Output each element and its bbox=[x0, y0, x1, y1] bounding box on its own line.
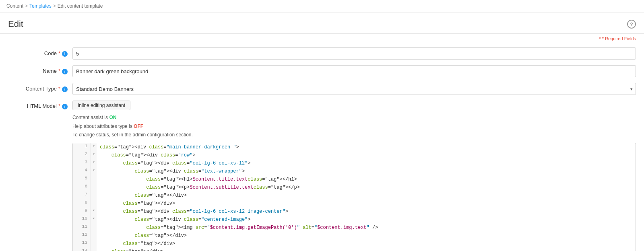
content-type-required-star: * bbox=[58, 86, 60, 92]
form-area: Code * i Name * i Content Type * i Stand… bbox=[0, 43, 644, 251]
line-content: class="tag"><h1>$content.title.textclass… bbox=[97, 175, 636, 183]
code-line: 10▾ class="tag"><div class="centered-ima… bbox=[73, 216, 636, 224]
line-number: 12 bbox=[73, 232, 91, 240]
breadcrumb: Content > Templates > Edit content templ… bbox=[0, 0, 644, 12]
fold-icon bbox=[91, 224, 97, 232]
fold-icon[interactable]: ▾ bbox=[91, 216, 97, 224]
line-number: 1 bbox=[73, 143, 91, 151]
code-line: 14 class="tag"></div> bbox=[73, 248, 636, 251]
status-line-1: Content assist is ON bbox=[72, 113, 636, 122]
fold-icon[interactable]: ▾ bbox=[91, 151, 97, 159]
line-number: 3 bbox=[73, 159, 91, 167]
code-line: 9▾ class="tag"><div class="col-lg-6 col-… bbox=[73, 208, 636, 216]
line-number: 7 bbox=[73, 191, 91, 200]
content-type-info-icon[interactable]: i bbox=[62, 86, 68, 92]
line-content: class="tag"><div class="row"> bbox=[97, 151, 636, 159]
breadcrumb-content: Content bbox=[6, 3, 23, 9]
name-info-icon[interactable]: i bbox=[62, 69, 68, 74]
help-icon[interactable]: ? bbox=[627, 20, 636, 29]
line-content: class="tag"><div class="main-banner-dark… bbox=[97, 143, 636, 151]
name-control-wrap bbox=[72, 65, 636, 77]
fold-icon bbox=[91, 248, 97, 251]
attributes-type-value: OFF bbox=[134, 123, 143, 129]
line-content: class="tag"></div> bbox=[97, 248, 636, 251]
fold-icon[interactable]: ▾ bbox=[91, 143, 97, 151]
code-info-icon[interactable]: i bbox=[62, 51, 68, 57]
code-line: 13 class="tag"></div> bbox=[73, 240, 636, 248]
breadcrumb-current: Edit content template bbox=[58, 3, 103, 9]
status-info: Content assist is ON Help about attribut… bbox=[72, 113, 636, 140]
fold-icon bbox=[91, 191, 97, 200]
line-number: 13 bbox=[73, 240, 91, 248]
fold-icon[interactable]: ▾ bbox=[91, 159, 97, 167]
content-type-row: Content Type * i Standard Demo Banners ▾ bbox=[8, 83, 636, 95]
code-line: 5 class="tag"><h1>$content.title.textcla… bbox=[73, 175, 636, 183]
line-number: 2 bbox=[73, 151, 91, 159]
line-number: 9 bbox=[73, 208, 91, 216]
fold-icon[interactable]: ▾ bbox=[91, 167, 97, 175]
fold-icon bbox=[91, 183, 97, 191]
html-model-control-wrap: Inline editing assistant Content assist … bbox=[72, 101, 636, 251]
code-lines: 1▾class="tag"><div class="main-banner-da… bbox=[73, 143, 636, 251]
html-model-required-star: * bbox=[58, 103, 60, 109]
line-content: class="tag"><div class="text-wrapper"> bbox=[97, 167, 636, 175]
line-number: 10 bbox=[73, 216, 91, 224]
name-required-star: * bbox=[58, 68, 60, 74]
line-number: 8 bbox=[73, 200, 91, 208]
code-label: Code * i bbox=[8, 47, 72, 57]
line-content: class="tag"><div class="col-lg-6 col-xs-… bbox=[97, 159, 636, 167]
code-required-star: * bbox=[58, 50, 60, 56]
line-number: 6 bbox=[73, 183, 91, 191]
name-label: Name * i bbox=[8, 65, 72, 74]
line-content: class="tag"></div> bbox=[97, 191, 636, 200]
page-title: Edit bbox=[8, 19, 23, 29]
code-line: 4▾ class="tag"><div class="text-wrapper"… bbox=[73, 167, 636, 175]
code-line: 1▾class="tag"><div class="main-banner-da… bbox=[73, 143, 636, 151]
status-line-2: Help about attributes type is OFF bbox=[72, 122, 636, 131]
code-line: 11 class="tag"><img src="$content.img.ge… bbox=[73, 224, 636, 232]
code-line: 7 class="tag"></div> bbox=[73, 191, 636, 200]
breadcrumb-sep-1: > bbox=[25, 3, 28, 9]
fold-icon bbox=[91, 232, 97, 240]
line-number: 5 bbox=[73, 175, 91, 183]
breadcrumb-sep-2: > bbox=[53, 3, 56, 9]
code-control-wrap bbox=[72, 47, 636, 60]
line-number: 11 bbox=[73, 224, 91, 232]
code-input[interactable] bbox=[72, 47, 636, 60]
html-model-label: HTML Model * i bbox=[8, 101, 72, 109]
status-line-3: To change status, set in the admin confi… bbox=[72, 131, 636, 140]
content-type-select-wrapper: Standard Demo Banners ▾ bbox=[72, 83, 636, 95]
required-notice: * * Required Fields bbox=[0, 34, 644, 43]
name-row: Name * i bbox=[8, 65, 636, 77]
html-model-info-icon[interactable]: i bbox=[62, 104, 68, 109]
line-content: class="tag"><p>$content.subtitle.textcla… bbox=[97, 183, 636, 191]
line-content: class="tag"></div> bbox=[97, 240, 636, 248]
fold-icon[interactable]: ▾ bbox=[91, 208, 97, 216]
line-content: class="tag"></div> bbox=[97, 200, 636, 208]
content-type-select[interactable]: Standard Demo Banners bbox=[72, 83, 636, 95]
code-row: Code * i bbox=[8, 47, 636, 60]
attributes-type-label: Help about attributes type is bbox=[72, 123, 134, 129]
line-content: class="tag"></div> bbox=[97, 232, 636, 240]
fold-icon bbox=[91, 175, 97, 183]
required-star: * bbox=[599, 36, 601, 41]
content-type-control-wrap: Standard Demo Banners ▾ bbox=[72, 83, 636, 95]
inline-editing-button[interactable]: Inline editing assistant bbox=[72, 101, 130, 110]
code-editor[interactable]: 1▾class="tag"><div class="main-banner-da… bbox=[72, 143, 636, 251]
line-number: 4 bbox=[73, 167, 91, 175]
breadcrumb-templates[interactable]: Templates bbox=[29, 3, 52, 9]
line-number: 14 bbox=[73, 248, 91, 251]
content-type-label: Content Type * i bbox=[8, 83, 72, 92]
code-line: 12 class="tag"></div> bbox=[73, 232, 636, 240]
fold-icon bbox=[91, 200, 97, 208]
line-content: class="tag"><div class="col-lg-6 col-xs-… bbox=[97, 208, 636, 216]
code-line: 3▾ class="tag"><div class="col-lg-6 col-… bbox=[73, 159, 636, 167]
line-content: class="tag"><div class="centered-image"> bbox=[97, 216, 636, 224]
code-line: 2▾ class="tag"><div class="row"> bbox=[73, 151, 636, 159]
name-input[interactable] bbox=[72, 65, 636, 77]
line-content: class="tag"><img src="$content.img.getIm… bbox=[97, 224, 636, 232]
fold-icon bbox=[91, 240, 97, 248]
code-line: 6 class="tag"><p>$content.subtitle.textc… bbox=[73, 183, 636, 191]
content-assist-label: Content assist is bbox=[72, 115, 109, 120]
code-line: 8 class="tag"></div> bbox=[73, 200, 636, 208]
